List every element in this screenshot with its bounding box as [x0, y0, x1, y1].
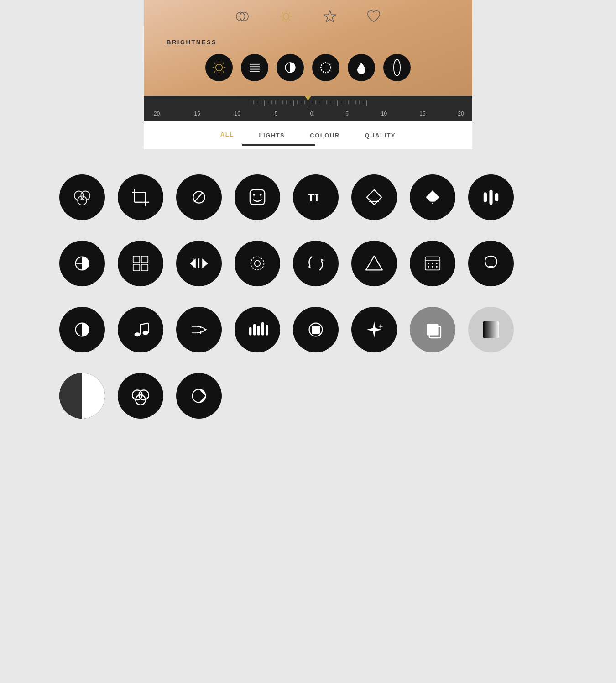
svg-point-70 [436, 266, 438, 268]
svg-rect-92 [483, 321, 499, 338]
svg-rect-93 [59, 373, 82, 419]
page-wrapper: BRIGHTNESS [0, 0, 616, 457]
grid-icon[interactable] [118, 241, 163, 286]
svg-rect-37 [250, 190, 265, 205]
layer-icon[interactable] [410, 307, 455, 352]
svg-point-67 [436, 263, 438, 264]
slash-icon[interactable] [176, 174, 222, 220]
icon-grid: TI [0, 149, 616, 457]
top-icons-row [144, 8, 472, 25]
svg-marker-62 [366, 256, 382, 270]
svg-line-7 [282, 12, 283, 14]
svg-rect-83 [249, 327, 251, 336]
ruler-pointer [305, 96, 311, 100]
brightness-label: BRIGHTNESS [167, 39, 217, 46]
eraser2-icon[interactable] [410, 174, 455, 220]
tab-colour[interactable]: COLOUR [310, 132, 339, 139]
svg-rect-86 [261, 322, 264, 336]
tab-quality[interactable]: QUALITY [365, 132, 396, 139]
eraser1-icon[interactable] [351, 174, 397, 220]
svg-rect-52 [133, 264, 140, 271]
star-icon[interactable] [322, 8, 338, 25]
color-circles-icon[interactable] [59, 174, 105, 220]
crop-icon[interactable] [118, 174, 163, 220]
halftone-filter-circle[interactable] [383, 54, 411, 81]
shuffle-icon[interactable] [176, 307, 222, 352]
ruler-num: 10 [381, 110, 387, 117]
svg-rect-53 [141, 264, 148, 271]
svg-point-73 [135, 332, 141, 336]
svg-rect-50 [133, 256, 140, 263]
blend-icon[interactable] [234, 8, 251, 25]
tab-all[interactable]: ALL [220, 131, 234, 139]
svg-line-8 [289, 19, 290, 21]
ruler-num: 0 [310, 110, 313, 117]
ruler-num: 15 [419, 110, 425, 117]
dotted-filter-circle[interactable] [312, 54, 339, 81]
svg-line-19 [223, 63, 224, 64]
drop-filter-circle[interactable] [348, 54, 375, 81]
svg-rect-87 [266, 325, 268, 335]
blend2-icon[interactable] [118, 373, 163, 419]
triangle-icon[interactable] [351, 241, 397, 286]
svg-point-59 [255, 261, 261, 267]
ruler-section: -20 -15 -10 -5 0 5 10 15 20 [144, 96, 472, 121]
ti-icon[interactable]: TI [293, 174, 339, 220]
svg-point-26 [321, 63, 331, 73]
svg-point-30 [78, 196, 87, 205]
svg-point-66 [432, 263, 433, 264]
photo-area: BRIGHTNESS [144, 0, 472, 96]
svg-rect-45 [484, 192, 487, 202]
dots-grid-icon[interactable] [410, 241, 455, 286]
brightness-filter-circle[interactable] [205, 54, 233, 81]
svg-rect-84 [253, 324, 256, 335]
music-icon[interactable] [118, 307, 163, 352]
arrows-circle-icon[interactable] [293, 241, 339, 286]
top-panel: BRIGHTNESS [144, 0, 472, 149]
svg-point-12 [216, 64, 222, 71]
tab-lights[interactable]: LIGHTS [259, 132, 285, 139]
svg-point-29 [81, 191, 90, 200]
svg-line-10 [282, 19, 283, 21]
svg-line-17 [214, 63, 215, 64]
ruler-num: -20 [152, 110, 160, 117]
equalizer-icon[interactable] [235, 307, 280, 352]
square-circle-icon[interactable] [293, 307, 339, 352]
icon-row-2 [59, 241, 557, 286]
svg-rect-47 [495, 193, 498, 201]
svg-point-58 [251, 257, 264, 270]
tab-underline [242, 144, 315, 146]
bars-icon[interactable] [468, 174, 514, 220]
icon-row-4 [59, 373, 557, 419]
svg-point-38 [253, 194, 256, 196]
svg-point-2 [283, 13, 289, 19]
svg-marker-80 [204, 328, 207, 331]
brightness-sun-icon[interactable] [278, 8, 294, 25]
ruler-num: -15 [192, 110, 200, 117]
half-tone2-icon[interactable] [176, 373, 222, 419]
ruler-num: 20 [458, 110, 464, 117]
svg-line-77 [140, 323, 148, 325]
heart-icon[interactable] [365, 8, 382, 25]
half-circle-icon[interactable] [59, 241, 105, 286]
gradient-icon[interactable] [468, 307, 514, 352]
svg-point-65 [428, 263, 429, 264]
svg-point-68 [428, 266, 429, 268]
face-icon[interactable] [235, 174, 280, 220]
svg-point-69 [432, 266, 433, 268]
svg-rect-89 [312, 326, 320, 334]
sparkle-icon[interactable] [351, 307, 397, 352]
contrast-filter-circle[interactable] [277, 54, 304, 81]
split-icon[interactable] [59, 373, 105, 419]
loop-icon[interactable] [468, 241, 514, 286]
svg-line-20 [214, 71, 215, 73]
svg-line-18 [223, 71, 224, 73]
lines-filter-circle[interactable] [241, 54, 268, 81]
invert-icon[interactable] [59, 307, 105, 352]
svg-line-9 [289, 12, 290, 14]
svg-text:TI: TI [308, 192, 319, 204]
ring-icon[interactable] [235, 241, 280, 286]
filter-circles-row [144, 54, 472, 81]
forward-back-icon[interactable] [176, 241, 222, 286]
svg-rect-90 [427, 324, 438, 335]
